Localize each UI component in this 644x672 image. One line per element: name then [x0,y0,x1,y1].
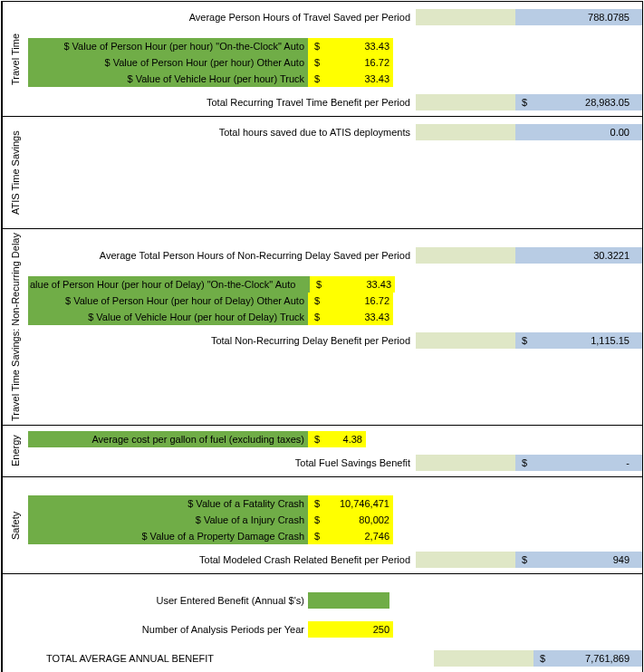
row-label: $ Value of a Fatality Crash [28,495,308,512]
row-label: $ Value of Vehicle Hour (per hour) Truck [28,71,308,87]
section-safety: Safety $ Value of a Fatality Crash $ 10,… [2,477,642,574]
row-value: 33.43 [326,71,393,87]
sum-gap [416,247,515,264]
dollar-sign: $ [515,332,533,349]
grand-total-label: TOTAL AVERAGE ANNUAL BENEFIT [28,650,434,667]
row-value: 16.72 [326,54,393,71]
dollar-sign: $ [310,276,328,293]
dollar-sign: $ [308,512,326,528]
row-value: 33.43 [326,309,393,325]
user-benefit-label: User Entered Benefit (Annual $'s) [28,592,308,609]
user-benefit-input[interactable] [308,592,389,609]
periods-label: Number of Analysis Periods per Year [28,621,308,638]
dollar-sign: $ [308,495,326,512]
total-value: 949 [533,552,642,568]
sum-gap [416,94,515,110]
dollar-sign: $ [308,309,326,325]
dollar-sign: $ [515,94,533,110]
dollar-sign: $ [308,38,326,54]
sum-gap [434,650,533,667]
dollar-sign: $ [308,71,326,87]
row-value: 16.72 [326,293,393,309]
total-label: Total Non-Recurring Delay Benefit per Pe… [28,332,416,349]
dollar-sign: $ [533,650,552,667]
row-value: 2,746 [326,528,393,544]
dollar-sign: $ [308,54,326,71]
avg-travel-value: 788.0785 [533,9,642,25]
row-value: 33.43 [326,38,393,54]
section-heading-safety: Safety [2,477,28,573]
section-heading-energy: Energy [2,426,28,476]
sum-gap [416,124,515,140]
periods-pad [308,621,353,638]
sum-gap [416,9,515,25]
periods-value: 250 [353,621,393,638]
avg-travel-label: Average Person Hours of Travel Saved per… [28,9,416,25]
section-non-recurring: Travel Time Savings: Non-Recurring Delay… [2,229,642,426]
row-label: Average cost per gallon of fuel (excludi… [28,431,308,447]
section-atis: ATIS Time Savings Total hours saved due … [2,117,642,229]
atis-value: 0.00 [533,124,642,140]
section-heading-travel-time: Travel Time [2,2,28,116]
row-label: $ Value of a Injury Crash [28,512,308,528]
total-value: 28,983.05 [533,94,642,110]
spreadsheet: Travel Time Average Person Hours of Trav… [1,1,643,672]
section-energy: Energy Average cost per gallon of fuel (… [2,426,642,477]
row-label: alue of Person Hour (per hour of Delay) … [28,276,310,293]
row-value: 4.38 [326,431,366,447]
avg-nonrec-label: Average Total Person Hours of Non-Recurr… [28,247,416,264]
section-bottom: User Entered Benefit (Annual $'s) Number… [2,574,642,672]
atis-label: Total hours saved due to ATIS deployment… [28,124,416,140]
section-heading-blank [2,574,28,672]
total-value: 1,115.15 [533,332,642,349]
avg-nonrec-value: 30.3221 [533,247,642,264]
row-label: $ Value of Person Hour (per hour) "On-th… [28,38,308,54]
total-label: Total Fuel Savings Benefit [28,455,416,471]
section-heading-non-recurring: Travel Time Savings: Non-Recurring Delay [2,229,28,425]
dollar-sign: $ [308,431,326,447]
sum-gap [416,332,515,349]
section-heading-atis: ATIS Time Savings [2,117,28,228]
dollar-sign: $ [515,552,533,568]
sum-dollar [515,9,533,25]
dollar-sign: $ [515,455,533,471]
row-label: $ Value of Person Hour (per hour of Dela… [28,293,308,309]
total-value: - [533,455,642,471]
row-value: 33.43 [328,276,395,293]
row-label: $ Value of Person Hour (per hour) Other … [28,54,308,71]
dollar-sign: $ [308,293,326,309]
row-value: 80,002 [326,512,393,528]
row-value: 10,746,471 [326,495,393,512]
row-label: $ Value of Vehicle Hour (per hour of Del… [28,309,308,325]
section-travel-time: Travel Time Average Person Hours of Trav… [2,2,642,117]
sum-gap [416,455,515,471]
sum-dollar [515,124,533,140]
dollar-sign: $ [308,528,326,544]
total-label: Total Recurring Travel Time Benefit per … [28,94,416,110]
grand-total-value: 7,761,869 [552,650,642,667]
sum-dollar [515,247,533,264]
total-label: Total Modeled Crash Related Benefit per … [28,552,416,568]
sum-gap [416,552,515,568]
row-label: $ Value of a Property Damage Crash [28,528,308,544]
